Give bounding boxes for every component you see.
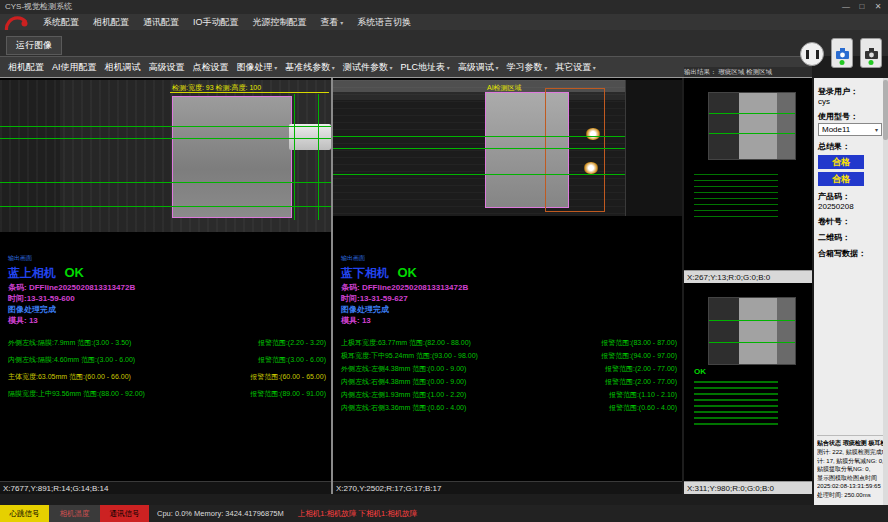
result-badge: 合格 (818, 172, 864, 186)
statistics-line: 处理时间: 250.00ms (817, 491, 886, 500)
lower-result-info: 输出画面 蓝下相机 OK 条码: DFFline2025020813313472… (341, 254, 677, 416)
toolbar-learning-params[interactable]: 学习参数 (502, 59, 551, 76)
overlay-line (0, 126, 331, 127)
thumbnail-camera-view[interactable] (708, 92, 796, 160)
overlay-line (709, 342, 795, 343)
product-code-value: 20250208 (818, 202, 885, 211)
measure-overlay-text: 检测:宽度: 93 检测:高度: 100 (172, 83, 261, 93)
upper-camera-panel: 检测:宽度: 93 检测:高度: 100 输出画面 蓝上相机 OK 条码: DF… (0, 78, 331, 494)
output-result-header: 输出结果： 瑕疵区域 检测区域 (684, 67, 812, 77)
model-select[interactable]: Mode11 ▾ (818, 123, 882, 136)
barcode-text: 条码: DFFline2025020813313472B (8, 282, 326, 293)
login-user-label: 登录用户： (818, 86, 885, 97)
menu-item-view[interactable]: 查看 (314, 14, 351, 31)
measurement-list: 外侧左线:隔膜:7.9mm 范围:(3.00 - 3.50) 报警范围:(2.2… (8, 338, 326, 398)
bright-spot (583, 162, 599, 174)
process-status-text: 图像处理完成 (8, 304, 326, 315)
alarm-range-text: 报警范围:(2.00 - 77.00) (605, 377, 677, 386)
menu-item-comm-config[interactable]: 通讯配置 (136, 14, 186, 30)
sub-label: 输出画面 (8, 254, 326, 263)
camera-result-label: 蓝上相机 (8, 266, 56, 280)
measurement-text: 上极耳宽度:63.77mm 范围:(82.00 - 88.00) (341, 338, 471, 347)
lower-camera-view[interactable]: AI检测区域 (333, 80, 682, 216)
product-region-overlay (172, 96, 292, 218)
qr-code-label: 二维码： (818, 232, 885, 243)
alarm-range-text: 报警范围:(3.00 - 6.00) (258, 355, 326, 364)
total-result-label: 总结果： (818, 141, 885, 152)
mold-number-text: 模具: 13 (8, 315, 326, 326)
measurement-text: 内侧左线:隔膜:4.60mm 范围:(3.00 - 6.00) (8, 355, 135, 364)
menu-item-io-manual-config[interactable]: IO手动配置 (186, 14, 246, 30)
measurement-row: 内侧左线:左侧1.93mm 范围:(1.00 - 2.20) 报警范围:(1.1… (341, 390, 677, 399)
barcode-text: 条码: DFFline2025020813313472B (341, 282, 677, 293)
measurement-text: 隔膜宽度:上中93.56mm 范围:(88.00 - 92.00) (8, 389, 145, 398)
result-text-block (694, 381, 778, 425)
thumbnail-column: X:267;Y:13;R:0;G:0;B:0 OK X:311;Y:980;R:… (684, 78, 812, 494)
camera-result-label: 蓝下相机 (341, 266, 389, 280)
toolbar-advanced-settings[interactable]: 高级设置 (145, 59, 189, 76)
toolbar-image-process[interactable]: 图像处理 (233, 59, 282, 76)
measurement-row: 极耳宽度:下中95.24mm 范围:(93.00 - 98.00) 报警范围:(… (341, 351, 677, 360)
measure-overlay-text: AI检测区域 (487, 83, 522, 93)
toolbar-camera-config[interactable]: 相机配置 (4, 59, 48, 76)
thumbnail-panel-top: X:267;Y:13;R:0;G:0;B:0 (684, 78, 812, 283)
overlay-line (318, 94, 319, 220)
toolbar-ai-config[interactable]: AI使用配置 (48, 59, 101, 76)
alarm-range-text: 报警范围:(60.00 - 65.00) (250, 372, 326, 381)
sidebar-scrollbar[interactable] (883, 78, 888, 505)
upper-camera-button[interactable] (831, 38, 853, 68)
ai-detect-box-overlay (545, 88, 605, 212)
overlay-line (709, 320, 795, 321)
menu-item-camera-config[interactable]: 相机配置 (86, 14, 136, 30)
menu-item-system-config[interactable]: 系统配置 (36, 14, 86, 30)
toolbar-testpiece-params[interactable]: 测试件参数 (339, 59, 397, 76)
toolbar-spot-check[interactable]: 点检设置 (189, 59, 233, 76)
pause-button[interactable] (800, 42, 824, 66)
overlay-line (294, 94, 295, 220)
measurement-text: 内侧左线:右侧4.38mm 范围:(0.00 - 9.00) (341, 377, 466, 386)
pause-icon (806, 50, 819, 59)
timestamp-text: 时间:13-31-59-627 (341, 293, 677, 304)
title-bar[interactable]: CYS-视觉检测系统 — □ ✕ (0, 0, 888, 14)
overlay-line (0, 206, 331, 207)
menu-item-language-switch[interactable]: 系统语言切换 (350, 14, 418, 30)
close-button[interactable]: ✕ (870, 0, 886, 14)
measurement-text: 内侧左线:左侧1.93mm 范围:(1.00 - 2.20) (341, 390, 466, 399)
mold-number-text: 模具: 13 (341, 315, 677, 326)
connector-part (289, 124, 331, 150)
measurement-row: 内侧左线:右侧4.38mm 范围:(0.00 - 9.00) 报警范围:(2.0… (341, 377, 677, 386)
product-code-label: 产品码： (818, 191, 885, 202)
alarm-range-text: 报警范围:(94.00 - 97.00) (601, 351, 677, 360)
thumbnail-panel-bottom: OK X:311;Y:980;R:0;G:0;B:0 (684, 283, 812, 494)
maximize-button[interactable]: □ (854, 0, 870, 14)
camera-fault-alarm-text: 上相机1:相机故障 下相机1:相机故障 (298, 509, 418, 519)
app-window: CYS-视觉检测系统 — □ ✕ 系统配置 相机配置 通讯配置 IO手动配置 光… (0, 0, 888, 522)
model-label: 使用型号： (818, 111, 885, 122)
alarm-range-text: 报警范围:(0.60 - 4.00) (609, 403, 677, 412)
statistics-header: 贴合状态 瑕疵检测 极耳检测 (817, 435, 886, 448)
minimize-button[interactable]: — (838, 0, 854, 14)
result-ok-badge: OK (694, 367, 706, 376)
toolbar-advanced-debug[interactable]: 高级调试 (454, 59, 503, 76)
toolbar-baseline-params[interactable]: 基准线参数 (281, 59, 339, 76)
toolbar-camera-debug[interactable]: 相机调试 (101, 59, 145, 76)
scrollbar-thumb[interactable] (883, 80, 888, 140)
model-select-value: Mode11 (822, 125, 850, 134)
comm-signal-indicator: 通讯信号 (100, 505, 149, 522)
chevron-down-icon: ▾ (875, 126, 878, 133)
result-text-block (694, 174, 778, 218)
heartbeat-indicator: 心跳信号 (0, 505, 49, 522)
alarm-range-text: 报警范围:(1.10 - 2.10) (609, 390, 677, 399)
toolbar-plc-address-table[interactable]: PLC地址表 (397, 59, 454, 76)
toolbar-other-settings[interactable]: 其它设置 (551, 59, 600, 76)
alarm-range-text: 报警范围:(2.20 - 3.20) (258, 338, 326, 347)
overlay-line (0, 138, 331, 139)
upper-camera-view[interactable]: 检测:宽度: 93 检测:高度: 100 (0, 80, 331, 232)
thumbnail-camera-view[interactable] (708, 297, 796, 365)
menu-item-light-control-config[interactable]: 光源控制配置 (246, 14, 314, 30)
tab-run-image[interactable]: 运行图像 (6, 36, 62, 55)
login-user-value[interactable]: cys (818, 97, 885, 106)
statistics-block: 贴合状态 瑕疵检测 极耳检测 测计: 222, 贴膜检测完成NG: 计: 17,… (817, 435, 886, 499)
lower-camera-button[interactable] (860, 38, 882, 68)
timestamp-text: 时间:13-31-59-600 (8, 293, 326, 304)
